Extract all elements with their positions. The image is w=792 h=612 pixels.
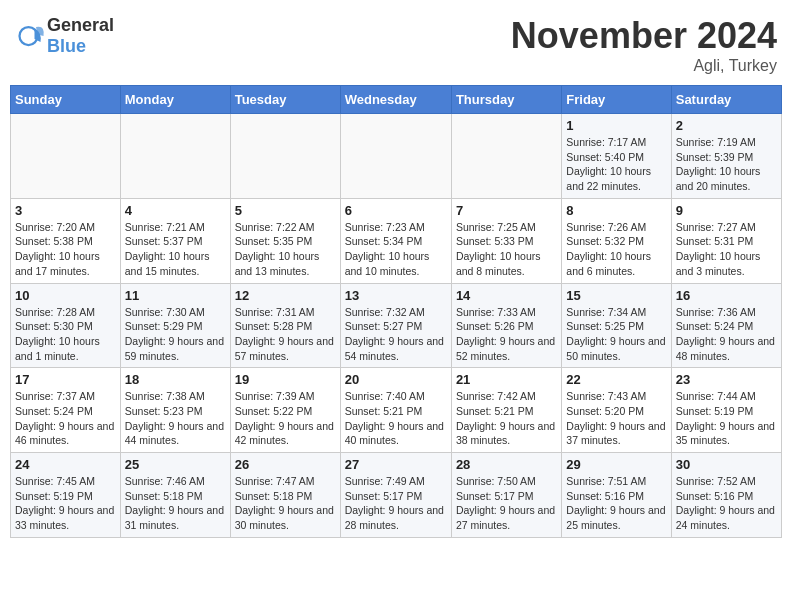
day-cell: 7Sunrise: 7:25 AM Sunset: 5:33 PM Daylig…: [451, 198, 561, 283]
day-number: 8: [566, 203, 666, 218]
logo-blue: Blue: [47, 36, 86, 56]
weekday-header-tuesday: Tuesday: [230, 86, 340, 114]
month-title: November 2024: [511, 15, 777, 57]
day-cell: [120, 114, 230, 199]
day-cell: 3Sunrise: 7:20 AM Sunset: 5:38 PM Daylig…: [11, 198, 121, 283]
day-number: 18: [125, 372, 226, 387]
day-info: Sunrise: 7:31 AM Sunset: 5:28 PM Dayligh…: [235, 305, 336, 364]
day-number: 26: [235, 457, 336, 472]
day-cell: 19Sunrise: 7:39 AM Sunset: 5:22 PM Dayli…: [230, 368, 340, 453]
day-cell: [340, 114, 451, 199]
day-info: Sunrise: 7:42 AM Sunset: 5:21 PM Dayligh…: [456, 389, 557, 448]
day-info: Sunrise: 7:17 AM Sunset: 5:40 PM Dayligh…: [566, 135, 666, 194]
day-info: Sunrise: 7:28 AM Sunset: 5:30 PM Dayligh…: [15, 305, 116, 364]
day-number: 19: [235, 372, 336, 387]
day-info: Sunrise: 7:25 AM Sunset: 5:33 PM Dayligh…: [456, 220, 557, 279]
week-row-5: 24Sunrise: 7:45 AM Sunset: 5:19 PM Dayli…: [11, 453, 782, 538]
day-info: Sunrise: 7:39 AM Sunset: 5:22 PM Dayligh…: [235, 389, 336, 448]
day-info: Sunrise: 7:45 AM Sunset: 5:19 PM Dayligh…: [15, 474, 116, 533]
day-cell: 9Sunrise: 7:27 AM Sunset: 5:31 PM Daylig…: [671, 198, 781, 283]
day-info: Sunrise: 7:40 AM Sunset: 5:21 PM Dayligh…: [345, 389, 447, 448]
location-title: Agli, Turkey: [511, 57, 777, 75]
day-cell: 17Sunrise: 7:37 AM Sunset: 5:24 PM Dayli…: [11, 368, 121, 453]
day-cell: [230, 114, 340, 199]
day-cell: 4Sunrise: 7:21 AM Sunset: 5:37 PM Daylig…: [120, 198, 230, 283]
weekday-header-thursday: Thursday: [451, 86, 561, 114]
day-number: 16: [676, 288, 777, 303]
day-number: 2: [676, 118, 777, 133]
day-cell: 6Sunrise: 7:23 AM Sunset: 5:34 PM Daylig…: [340, 198, 451, 283]
day-info: Sunrise: 7:47 AM Sunset: 5:18 PM Dayligh…: [235, 474, 336, 533]
title-area: November 2024 Agli, Turkey: [511, 15, 777, 75]
day-info: Sunrise: 7:49 AM Sunset: 5:17 PM Dayligh…: [345, 474, 447, 533]
day-cell: 24Sunrise: 7:45 AM Sunset: 5:19 PM Dayli…: [11, 453, 121, 538]
day-info: Sunrise: 7:43 AM Sunset: 5:20 PM Dayligh…: [566, 389, 666, 448]
day-number: 21: [456, 372, 557, 387]
week-row-1: 1Sunrise: 7:17 AM Sunset: 5:40 PM Daylig…: [11, 114, 782, 199]
day-cell: 14Sunrise: 7:33 AM Sunset: 5:26 PM Dayli…: [451, 283, 561, 368]
weekday-header-sunday: Sunday: [11, 86, 121, 114]
day-number: 7: [456, 203, 557, 218]
day-number: 5: [235, 203, 336, 218]
day-number: 27: [345, 457, 447, 472]
day-number: 24: [15, 457, 116, 472]
day-cell: [11, 114, 121, 199]
day-number: 10: [15, 288, 116, 303]
day-number: 25: [125, 457, 226, 472]
day-number: 1: [566, 118, 666, 133]
header: General Blue November 2024 Agli, Turkey: [10, 10, 782, 75]
day-info: Sunrise: 7:33 AM Sunset: 5:26 PM Dayligh…: [456, 305, 557, 364]
day-info: Sunrise: 7:21 AM Sunset: 5:37 PM Dayligh…: [125, 220, 226, 279]
day-info: Sunrise: 7:23 AM Sunset: 5:34 PM Dayligh…: [345, 220, 447, 279]
logo-general: General: [47, 15, 114, 35]
day-info: Sunrise: 7:37 AM Sunset: 5:24 PM Dayligh…: [15, 389, 116, 448]
day-number: 13: [345, 288, 447, 303]
day-number: 23: [676, 372, 777, 387]
day-cell: 30Sunrise: 7:52 AM Sunset: 5:16 PM Dayli…: [671, 453, 781, 538]
day-cell: 27Sunrise: 7:49 AM Sunset: 5:17 PM Dayli…: [340, 453, 451, 538]
day-info: Sunrise: 7:51 AM Sunset: 5:16 PM Dayligh…: [566, 474, 666, 533]
day-cell: 2Sunrise: 7:19 AM Sunset: 5:39 PM Daylig…: [671, 114, 781, 199]
day-info: Sunrise: 7:38 AM Sunset: 5:23 PM Dayligh…: [125, 389, 226, 448]
day-cell: 5Sunrise: 7:22 AM Sunset: 5:35 PM Daylig…: [230, 198, 340, 283]
day-info: Sunrise: 7:50 AM Sunset: 5:17 PM Dayligh…: [456, 474, 557, 533]
day-info: Sunrise: 7:26 AM Sunset: 5:32 PM Dayligh…: [566, 220, 666, 279]
day-info: Sunrise: 7:32 AM Sunset: 5:27 PM Dayligh…: [345, 305, 447, 364]
day-cell: 13Sunrise: 7:32 AM Sunset: 5:27 PM Dayli…: [340, 283, 451, 368]
week-row-4: 17Sunrise: 7:37 AM Sunset: 5:24 PM Dayli…: [11, 368, 782, 453]
day-number: 17: [15, 372, 116, 387]
logo-text: General Blue: [47, 15, 114, 57]
weekday-header-monday: Monday: [120, 86, 230, 114]
day-cell: 26Sunrise: 7:47 AM Sunset: 5:18 PM Dayli…: [230, 453, 340, 538]
weekday-header-saturday: Saturday: [671, 86, 781, 114]
week-row-3: 10Sunrise: 7:28 AM Sunset: 5:30 PM Dayli…: [11, 283, 782, 368]
day-number: 30: [676, 457, 777, 472]
calendar-table: SundayMondayTuesdayWednesdayThursdayFrid…: [10, 85, 782, 538]
day-cell: 1Sunrise: 7:17 AM Sunset: 5:40 PM Daylig…: [562, 114, 671, 199]
day-info: Sunrise: 7:22 AM Sunset: 5:35 PM Dayligh…: [235, 220, 336, 279]
day-number: 11: [125, 288, 226, 303]
day-info: Sunrise: 7:52 AM Sunset: 5:16 PM Dayligh…: [676, 474, 777, 533]
day-cell: 11Sunrise: 7:30 AM Sunset: 5:29 PM Dayli…: [120, 283, 230, 368]
day-cell: 22Sunrise: 7:43 AM Sunset: 5:20 PM Dayli…: [562, 368, 671, 453]
day-info: Sunrise: 7:20 AM Sunset: 5:38 PM Dayligh…: [15, 220, 116, 279]
day-number: 29: [566, 457, 666, 472]
day-cell: 18Sunrise: 7:38 AM Sunset: 5:23 PM Dayli…: [120, 368, 230, 453]
logo-icon: [15, 21, 45, 51]
day-number: 14: [456, 288, 557, 303]
weekday-header-friday: Friday: [562, 86, 671, 114]
day-info: Sunrise: 7:27 AM Sunset: 5:31 PM Dayligh…: [676, 220, 777, 279]
day-cell: [451, 114, 561, 199]
day-number: 9: [676, 203, 777, 218]
day-cell: 21Sunrise: 7:42 AM Sunset: 5:21 PM Dayli…: [451, 368, 561, 453]
day-number: 15: [566, 288, 666, 303]
day-info: Sunrise: 7:46 AM Sunset: 5:18 PM Dayligh…: [125, 474, 226, 533]
day-cell: 12Sunrise: 7:31 AM Sunset: 5:28 PM Dayli…: [230, 283, 340, 368]
day-number: 28: [456, 457, 557, 472]
day-number: 3: [15, 203, 116, 218]
day-cell: 8Sunrise: 7:26 AM Sunset: 5:32 PM Daylig…: [562, 198, 671, 283]
day-cell: 16Sunrise: 7:36 AM Sunset: 5:24 PM Dayli…: [671, 283, 781, 368]
day-cell: 28Sunrise: 7:50 AM Sunset: 5:17 PM Dayli…: [451, 453, 561, 538]
weekday-header-row: SundayMondayTuesdayWednesdayThursdayFrid…: [11, 86, 782, 114]
day-cell: 15Sunrise: 7:34 AM Sunset: 5:25 PM Dayli…: [562, 283, 671, 368]
